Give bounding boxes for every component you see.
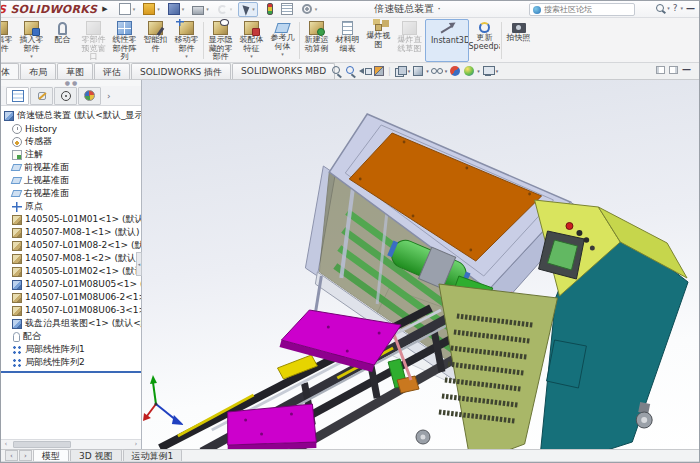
tree-item[interactable]: 前视基准面 (1, 161, 141, 174)
panel-tab-displaymanager[interactable] (78, 87, 101, 105)
tree-item[interactable]: 配合 (1, 330, 141, 343)
component-preview-button[interactable]: 零部件预览窗口 (78, 19, 109, 62)
save-button[interactable]: ▾ (166, 2, 187, 16)
tree-item[interactable]: 注解 (1, 148, 141, 161)
search-dropdown-caret[interactable]: ▾ (667, 5, 670, 11)
dropdown-caret[interactable]: ▾ (133, 6, 136, 12)
dropdown-caret[interactable]: ▾ (206, 6, 209, 12)
tree-item[interactable]: 140505-L01M02<1> (默认) (1, 265, 141, 278)
section-view-icon[interactable] (373, 65, 385, 77)
panel-tab-propertymanager[interactable] (30, 87, 53, 105)
panel-tab-featuremanager[interactable] (6, 87, 29, 105)
edit-component-button[interactable]: 编辑零部件 (1, 19, 16, 62)
search-input[interactable] (544, 5, 631, 14)
tree-item[interactable]: 局部线性阵列1 (1, 343, 141, 356)
tree-item[interactable]: 140507-L01M08U05<1> (默认<< (1, 278, 141, 291)
print-button[interactable]: ▾ (190, 3, 211, 16)
undo-button[interactable]: ▾ (215, 3, 235, 16)
view-orientation-icon[interactable] (394, 65, 406, 77)
previous-view-icon[interactable] (359, 65, 371, 77)
edit-appearance-icon[interactable] (449, 65, 461, 77)
tree-item[interactable]: 上视基准面 (1, 174, 141, 187)
search-box[interactable] (529, 3, 635, 16)
split-left-button[interactable] (656, 66, 665, 74)
dropdown-caret[interactable]: ▾ (426, 68, 429, 74)
dropdown-caret[interactable]: ▾ (157, 6, 160, 12)
move-component-button[interactable]: 移动零部件▾ (171, 19, 202, 62)
bottom-tab-模型[interactable]: 模型 (33, 449, 69, 461)
hide-show-items-icon[interactable] (431, 65, 443, 77)
assembly-features-button[interactable]: 装配体特征▾ (236, 19, 267, 62)
tree-item[interactable]: 局部线性阵列2 (1, 356, 141, 369)
tree-item[interactable]: 140507-M08-1<2> (默认) (1, 252, 141, 265)
tree-item[interactable]: 原点 (1, 200, 141, 213)
tree-horizontal-scrollbar[interactable]: ‹ › (1, 439, 141, 449)
tree-item[interactable]: 右视基准面 (1, 187, 141, 200)
dropdown-caret[interactable]: ▾ (408, 68, 411, 74)
help-dropdown-caret[interactable]: ▾ (680, 5, 683, 11)
explode-line-sketch-button[interactable]: 爆炸直线草图 (394, 19, 425, 62)
display-style-icon[interactable] (412, 65, 424, 77)
tree-item[interactable]: 140507-L01M08U06-2<1> (默认< (1, 291, 141, 304)
tree-item[interactable]: 140507-L01M08U06-3<1> (默认< (1, 304, 141, 317)
scrollbar-thumb[interactable] (13, 441, 71, 448)
linear-component-pattern-button[interactable]: 线性零部件阵列▾ (109, 19, 140, 62)
dropdown-caret[interactable]: ▾ (252, 6, 255, 12)
help-button[interactable]: ? (673, 3, 678, 13)
take-snapshot-button[interactable]: 拍快照 (503, 19, 534, 62)
split-right-button[interactable] (669, 66, 678, 74)
menu-expand-arrow[interactable]: ▶ (102, 5, 107, 13)
new-document-button[interactable]: ▾ (117, 2, 138, 16)
dropdown-caret[interactable]: ▾ (477, 68, 480, 74)
panel-tab-configurationmanager[interactable] (54, 87, 77, 105)
tab-评估[interactable]: 评估 (94, 63, 130, 79)
minimize-button[interactable]: — (682, 66, 691, 74)
zoom-area-icon[interactable] (345, 65, 357, 77)
tree-item[interactable]: 140507-L01M08-2<1> (默认) (1, 239, 141, 252)
rebuild-button[interactable] (262, 2, 275, 16)
tab-SOLIDWORKS 插件[interactable]: SOLIDWORKS 插件 (131, 63, 231, 79)
tree-item[interactable]: 传感器 (1, 135, 141, 148)
select-button[interactable]: ▾ (238, 2, 258, 17)
dropdown-caret[interactable]: ▾ (496, 68, 499, 74)
tab-SOLIDWORKS MBD[interactable]: SOLIDWORKS MBD (232, 63, 335, 79)
open-button[interactable]: ▾ (141, 2, 162, 16)
view-settings-icon[interactable] (482, 65, 494, 77)
tab-布局[interactable]: 布局 (20, 63, 56, 79)
tree-item[interactable]: 140507-M08-1<1> (默认) (1, 226, 141, 239)
insert-component-button[interactable]: 插入零部件▾ (16, 19, 47, 62)
instant3d-button[interactable]: Instant3D (425, 19, 469, 62)
file-properties-button[interactable] (279, 2, 295, 16)
panel-tabs-overflow[interactable]: › (107, 91, 111, 101)
show-hidden-components-button[interactable]: 显示隐藏的零部件 (205, 19, 236, 62)
tree-item[interactable]: 载盘治具组装图<1> (默认<默认_显 (1, 317, 141, 330)
smart-fasteners-button[interactable]: 智能扣件 (140, 19, 171, 62)
mate-button[interactable]: 配合 (47, 19, 78, 62)
tree-item[interactable]: 140505-L01M01<1> (默认) (1, 213, 141, 226)
tree-rollback-bar[interactable] (1, 371, 141, 373)
scroll-right-icon[interactable]: › (131, 440, 141, 449)
bottom-tab-运动算例1[interactable]: 运动算例1 (123, 449, 183, 461)
graphics-viewport[interactable] (142, 80, 699, 449)
tab-装配体[interactable]: 装配体 (1, 63, 19, 79)
search-icon[interactable] (656, 4, 664, 12)
apply-scene-icon[interactable] (463, 65, 475, 77)
reference-geometry-button[interactable]: 参考几何体▾ (267, 19, 298, 62)
bill-of-materials-button[interactable]: 材料明细表 (332, 19, 363, 62)
tree-root[interactable]: 倍速链总装置 (默认<默认_显示状态-1> (1, 109, 141, 122)
tab-草图[interactable]: 草图 (57, 63, 93, 79)
options-button[interactable]: ▾ (299, 2, 320, 16)
minimize-button[interactable]: — (686, 3, 695, 13)
bottom-tab-3D 视图[interactable]: 3D 视图 (70, 449, 122, 461)
zoom-fit-icon[interactable] (331, 65, 343, 77)
exploded-view-button[interactable]: 爆炸视图 (363, 19, 394, 62)
scroll-left-icon[interactable]: ‹ (1, 440, 11, 449)
dropdown-caret[interactable]: ▾ (182, 6, 185, 12)
dropdown-caret[interactable]: ▾ (230, 6, 233, 12)
tree-item[interactable]: History (1, 122, 141, 135)
update-speedpak-button[interactable]: 更新 Speedpak (469, 19, 500, 62)
dropdown-caret[interactable]: ▾ (315, 6, 318, 12)
tab-scroll-left-icon[interactable]: ‹ (5, 450, 18, 461)
dropdown-caret[interactable]: ▾ (445, 68, 448, 74)
new-motion-study-button[interactable]: 新建运动算例 (301, 19, 332, 62)
